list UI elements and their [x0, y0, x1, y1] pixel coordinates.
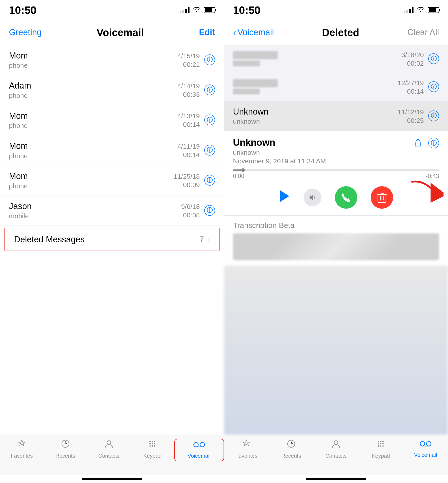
svg-point-5 [149, 443, 151, 444]
deleted-item-0[interactable]: 3/18/20 00:02 ⓘ [224, 45, 448, 73]
right-signal-icon [404, 7, 414, 13]
left-status-icons [180, 6, 215, 14]
signal-icon [180, 7, 190, 13]
back-to-voicemail-button[interactable]: ‹ Voicemail [233, 27, 274, 38]
tab-voicemail-label-left: Voicemail [187, 453, 211, 459]
deleted-messages-row[interactable]: Deleted Messages 7 › [4, 228, 220, 251]
deleted-info-1[interactable]: ⓘ [428, 81, 439, 92]
expanded-info-button[interactable]: ⓘ [428, 138, 439, 148]
contacts-icon-right [331, 439, 341, 451]
svg-point-25 [380, 441, 382, 442]
tab-favorites-left[interactable]: Favorites [0, 439, 43, 459]
deleted-item-1[interactable]: 12/27/19 00:14 ⓘ [224, 73, 448, 101]
play-button[interactable] [279, 190, 290, 205]
back-chevron-icon: ‹ [233, 27, 236, 38]
tab-recents-left[interactable]: Recents [43, 439, 87, 459]
battery-icon [204, 7, 215, 13]
right-status-icons [404, 6, 439, 14]
svg-point-31 [380, 445, 382, 447]
tab-favorites-label-right: Favorites [235, 453, 258, 459]
svg-point-34 [426, 442, 431, 446]
voicemail-item-5[interactable]: Jason mobile 9/6/18 00:08 ⓘ [0, 196, 224, 225]
svg-point-32 [382, 445, 384, 447]
keypad-icon-left [147, 439, 157, 451]
voicemail-item-1[interactable]: Adam phone 4/14/19 00:33 ⓘ [0, 75, 224, 105]
vm-duration-4: 00:09 [174, 181, 200, 189]
speaker-button[interactable] [304, 188, 321, 206]
expanded-name: Unknown [233, 137, 326, 148]
recents-icon-right [286, 439, 296, 451]
svg-point-24 [378, 441, 379, 442]
right-nav-title: Deleted [322, 26, 359, 39]
vm-type-3: phone [9, 152, 28, 160]
contacts-icon-left [104, 439, 114, 451]
tab-favorites-right[interactable]: Favorites [224, 439, 269, 459]
vm-duration-1: 00:33 [177, 91, 200, 98]
left-status-time: 10:50 [9, 4, 37, 16]
progress-bar[interactable] [233, 169, 439, 171]
svg-point-28 [380, 443, 382, 444]
tab-contacts-right[interactable]: Contacts [314, 439, 358, 459]
svg-point-30 [378, 445, 379, 447]
tab-keypad-left[interactable]: Keypad [131, 439, 174, 459]
bottom-blurred-content [224, 266, 448, 434]
voicemail-item-3[interactable]: Mom phone 4/11/19 00:14 ⓘ [0, 135, 224, 165]
voicemail-item-0[interactable]: Mom phone 4/15/19 00:21 ⓘ [0, 45, 224, 75]
transcription-content [233, 233, 439, 260]
vm-type-5: mobile [9, 212, 32, 220]
deleted-date-0: 3/18/20 [401, 50, 424, 60]
svg-point-29 [382, 443, 384, 444]
voicemail-item-4[interactable]: Mom phone 11/25/18 00:09 ⓘ [0, 165, 224, 196]
deleted-messages-label: Deleted Messages [14, 235, 85, 244]
vm-info-2[interactable]: ⓘ [204, 115, 215, 125]
greeting-button[interactable]: Greeting [9, 28, 42, 37]
svg-point-8 [149, 445, 151, 447]
vm-date-4: 11/25/18 [174, 172, 200, 181]
vm-type-0: phone [9, 62, 28, 69]
voicemail-icon-left [193, 440, 205, 451]
vm-info-0[interactable]: ⓘ [204, 55, 215, 65]
tab-favorites-label-left: Favorites [11, 453, 33, 459]
deleted-name-2: Unknown [233, 106, 268, 117]
favorites-icon [17, 439, 27, 451]
keypad-icon-right [376, 439, 386, 451]
tab-contacts-label-right: Contacts [326, 453, 347, 459]
svg-point-4 [154, 441, 155, 442]
vm-duration-0: 00:21 [177, 61, 200, 68]
tab-recents-right[interactable]: Recents [269, 439, 314, 459]
left-home-indicator [0, 475, 224, 483]
vm-info-3[interactable]: ⓘ [204, 145, 215, 156]
vm-type-1: phone [9, 92, 31, 99]
clear-all-button[interactable]: Clear All [408, 28, 439, 37]
edit-button[interactable]: Edit [199, 28, 215, 37]
call-back-button[interactable] [335, 186, 357, 209]
vm-info-4[interactable]: ⓘ [204, 175, 215, 186]
share-button[interactable] [412, 137, 424, 149]
vm-info-1[interactable]: ⓘ [204, 84, 215, 95]
vm-date-5: 9/6/18 [181, 202, 200, 211]
deleted-item-2[interactable]: Unknown unknown 11/12/19 00:25 ⓘ [224, 101, 448, 131]
vm-date-1: 4/14/19 [177, 81, 200, 91]
vm-date-2: 4/13/19 [177, 111, 200, 121]
deleted-duration-1: 00:14 [398, 88, 424, 95]
tab-keypad-right[interactable]: Keypad [358, 439, 403, 459]
deleted-date-1: 12/27/19 [398, 78, 424, 88]
vm-duration-3: 00:14 [177, 151, 200, 159]
deleted-info-0[interactable]: ⓘ [428, 53, 439, 64]
voicemail-item-2[interactable]: Mom phone 4/13/19 00:14 ⓘ [0, 105, 224, 135]
tab-contacts-left[interactable]: Contacts [87, 439, 131, 459]
right-status-time: 10:50 [233, 4, 261, 16]
left-screen: 10:50 Greeting Voicemail Edit Mom [0, 0, 224, 483]
deleted-info-2[interactable]: ⓘ [428, 110, 439, 121]
deleted-duration-0: 00:02 [401, 60, 424, 67]
delete-voicemail-button[interactable] [371, 186, 393, 209]
vm-name-4: Mom [9, 171, 28, 182]
left-tab-bar: Favorites Recents Contacts [0, 434, 224, 475]
vm-info-5[interactable]: ⓘ [204, 205, 215, 216]
svg-point-9 [152, 445, 153, 447]
vm-name-3: Mom [9, 140, 28, 152]
tab-voicemail-left[interactable]: Voicemail [174, 439, 224, 461]
right-battery-icon [428, 7, 439, 13]
tab-voicemail-right[interactable]: Voicemail [403, 439, 448, 458]
deleted-type-2: unknown [233, 118, 268, 125]
